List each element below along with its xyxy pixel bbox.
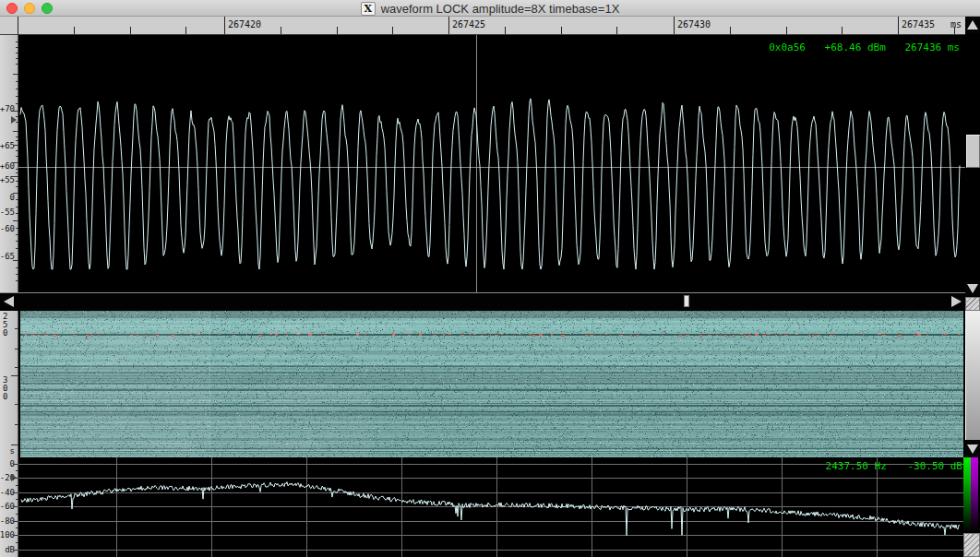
axis-minor-tick	[15, 404, 18, 405]
resize-grip[interactable]	[963, 533, 980, 557]
spectrogram-scroll-down-button[interactable]	[965, 440, 980, 457]
scroll-left-button[interactable]	[1, 295, 16, 308]
axis-label: 300	[3, 376, 10, 401]
axis-label: 250	[3, 313, 10, 338]
down-arrow-icon	[967, 444, 978, 454]
axis-minor-tick	[15, 367, 18, 368]
ruler-unit-label: ms	[950, 19, 962, 30]
ruler-minor-tick	[185, 27, 186, 34]
level-value: -30.50 dB	[907, 460, 962, 472]
ruler-tick-label: 267425	[452, 19, 485, 30]
amplitude-axis: +70 +65 +60 +55 0 -55 -60 -65 -70 dBm	[0, 35, 18, 292]
ruler-minor-tick	[337, 27, 338, 34]
horizontal-scroll-thumb[interactable]	[684, 295, 689, 307]
ruler-minor-tick	[74, 27, 75, 34]
spectrogram-scroll-track[interactable]	[965, 311, 980, 440]
spectrogram-plot[interactable]	[20, 311, 963, 457]
ruler-minor-tick	[954, 27, 955, 34]
baudline-waveform-window: X waveform LOCK amplitude=8X timebase=1X…	[0, 0, 980, 557]
vertical-scroll-thumb[interactable]	[966, 135, 980, 168]
ruler-minor-tick	[616, 27, 617, 34]
ruler-minor-tick	[281, 27, 281, 34]
titlebar[interactable]: X waveform LOCK amplitude=8X timebase=1X	[0, 0, 980, 17]
ruler-minor-tick	[786, 27, 787, 34]
scroll-down-button[interactable]	[965, 280, 980, 297]
ruler-minor-tick	[842, 27, 843, 34]
ruler-minor-tick	[130, 27, 131, 34]
axis-unit-label: s	[10, 446, 15, 456]
window-title: waveform LOCK amplitude=8X timebase=1X	[381, 2, 620, 16]
horizontal-scrollbar[interactable]	[0, 292, 965, 309]
left-arrow-icon	[4, 296, 14, 307]
spectrogram-time-axis: 250 300 s	[0, 311, 18, 457]
ruler-tick-label: 267420	[228, 19, 261, 30]
x11-icon: X	[361, 2, 376, 16]
time-ruler[interactable]: 267420 267425 267430 267435 ms	[0, 17, 965, 35]
axis-label: +70	[0, 104, 15, 113]
axis-minor-tick	[15, 424, 18, 425]
axis-label: -60	[0, 224, 15, 233]
ruler-minor-tick	[730, 27, 731, 34]
right-arrow-icon	[951, 296, 962, 307]
waveform-readout: 0x0a56 +68.46 dBm 267436 ms	[769, 41, 960, 53]
ruler-major-tick	[224, 17, 225, 34]
axis-label: +65	[0, 141, 15, 150]
ruler-major-tick	[898, 17, 899, 34]
color-aperture-bar[interactable]	[963, 457, 978, 533]
spectrum-plot[interactable]	[18, 457, 963, 557]
axis-label: -55	[0, 207, 15, 217]
amplitude-value: +68.46 dBm	[825, 41, 886, 53]
ruler-tick-label: 267435	[902, 19, 935, 30]
down-arrow-icon	[967, 284, 978, 293]
axis-minor-tick	[15, 349, 18, 350]
ruler-major-tick	[18, 17, 18, 34]
up-arrow-icon	[967, 20, 978, 30]
axis-label: 0	[10, 193, 15, 202]
purple-gradient	[971, 457, 978, 533]
scroll-right-button[interactable]	[949, 295, 963, 308]
spectrum-readout: 2437.50 Hz -30.50 dB	[826, 460, 962, 472]
ruler-major-tick	[674, 17, 675, 34]
sample-hex-value: 0x0a56	[769, 41, 806, 53]
waveform-plot[interactable]	[18, 35, 965, 292]
axis-major-tick	[11, 444, 18, 445]
time-value: 267436 ms	[904, 41, 960, 53]
ruler-minor-tick	[505, 27, 506, 34]
ruler-minor-tick	[392, 27, 393, 34]
ruler-minor-tick	[561, 27, 562, 34]
scroll-up-button[interactable]	[965, 17, 980, 33]
ruler-tick-label: 267430	[677, 19, 711, 30]
spectrum-db-axis: 0 -20 -40 -60 -80 -100 dB	[0, 457, 18, 557]
title-area: X waveform LOCK amplitude=8X timebase=1X	[0, 0, 980, 17]
axis-minor-tick	[15, 328, 18, 329]
axis-major-tick	[11, 375, 18, 376]
ruler-major-tick	[448, 17, 449, 34]
resize-grip[interactable]	[965, 297, 980, 311]
frequency-value: 2437.50 Hz	[826, 460, 887, 472]
green-gradient	[963, 457, 971, 533]
